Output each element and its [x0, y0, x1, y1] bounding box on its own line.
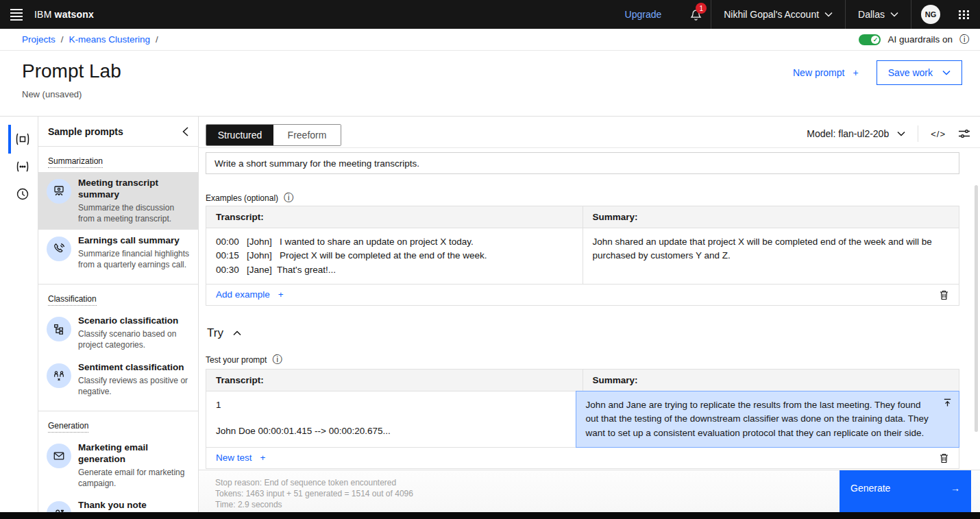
sample-prompts-panel: Sample prompts Summarization Me	[38, 117, 199, 512]
sample-item-earnings-call-summary[interactable]: Earnings call summary Summarize financia…	[38, 230, 198, 276]
example-transcript-cell[interactable]: 00:00 [John] I wanted to share an update…	[206, 228, 583, 284]
try-row: 1 John Doe 00:00:01.415 --> 00:00:20.675…	[206, 391, 959, 447]
sample-item-desc: Summarize the discussion from a meeting …	[78, 202, 191, 224]
tab-freeform[interactable]: Freeform	[273, 125, 341, 145]
transcript-column-header: Transcript:	[206, 206, 583, 228]
person-heart-icon	[47, 501, 71, 512]
prompt-lab-app: IBM watsonx Upgrade 1 Nikhil Gopal's Acc…	[0, 0, 980, 519]
add-example-button[interactable]: Add example +	[216, 289, 284, 300]
avatar[interactable]: NG	[921, 5, 940, 24]
try-table-footer: New test +	[206, 447, 959, 468]
account-label: Nikhil Gopal's Account	[724, 9, 819, 20]
page-title: Prompt Lab	[22, 60, 121, 82]
upgrade-link[interactable]: Upgrade	[625, 9, 662, 20]
transcript-line: John Doe 00:00:01.415 --> 00:00:20.675..…	[216, 424, 566, 438]
top-header: IBM watsonx Upgrade 1 Nikhil Gopal's Acc…	[0, 0, 980, 29]
breadcrumb-separator: /	[156, 34, 158, 45]
generation-footer: Stop reason: End of sequence token encou…	[199, 470, 980, 512]
save-work-label: Save work	[888, 67, 933, 78]
sample-item-text: Marketing email generation Generate emai…	[78, 442, 191, 489]
transcript-line: 00:30 [Jane] That's great!...	[216, 263, 573, 277]
region-menu[interactable]: Dallas	[846, 0, 911, 29]
try-transcript-cell[interactable]: 1 John Doe 00:00:01.415 --> 00:00:20.675…	[206, 391, 576, 447]
delete-test-button[interactable]	[939, 452, 949, 463]
left-icon-rail	[0, 117, 38, 512]
sentiment-icon	[47, 363, 71, 388]
history-rail-button[interactable]	[14, 185, 32, 203]
new-prompt-button[interactable]: New prompt +	[793, 67, 859, 78]
info-icon[interactable]: ⓘ	[959, 34, 969, 46]
tab-structured[interactable]: Structured	[206, 125, 273, 145]
collapse-try-button[interactable]	[233, 330, 241, 336]
brackets-dots-icon	[15, 161, 30, 172]
sample-item-title: Sentiment classification	[78, 362, 191, 374]
tokens-text: Tokens: 1463 input + 51 generated = 1514…	[215, 488, 413, 499]
sample-item-text: Earnings call summary Summarize financia…	[78, 235, 191, 270]
section-classification: Classification Scenario classification C…	[38, 285, 198, 411]
meeting-icon	[47, 179, 71, 204]
examples-table-footer: Add example +	[206, 284, 959, 305]
arrow-right-icon: →	[951, 483, 960, 494]
sample-item-scenario-classification[interactable]: Scenario classification Classify scenari…	[38, 310, 198, 356]
app-switcher-button[interactable]	[948, 0, 980, 29]
toggle-knob: ✓	[871, 36, 879, 44]
sample-item-title: Earnings call summary	[78, 235, 191, 247]
clock-icon	[16, 188, 29, 200]
chevron-down-icon	[824, 12, 833, 17]
new-test-label: New test	[216, 452, 252, 463]
collapse-to-top-button[interactable]	[943, 398, 952, 407]
active-rail-indicator	[8, 125, 11, 154]
plus-icon: +	[278, 289, 284, 300]
time-text: Time: 2.9 seconds	[215, 499, 413, 510]
try-heading: Try	[207, 326, 223, 340]
notifications-button[interactable]: 1	[681, 0, 711, 29]
title-actions: New prompt + Save work	[793, 60, 962, 85]
model-parameters-button[interactable]	[958, 128, 970, 139]
generate-button[interactable]: Generate →	[840, 470, 971, 513]
brand-prefix: IBM	[34, 9, 52, 20]
breadcrumb-projects[interactable]: Projects	[22, 34, 56, 45]
example-summary-cell[interactable]: John shared an update that project X wil…	[583, 228, 959, 284]
sample-prompts-rail-button[interactable]	[14, 130, 32, 148]
editor-main: Structured Freeform Model: flan-ul2-20b …	[199, 117, 980, 512]
instruction-input[interactable]	[206, 152, 959, 174]
sample-item-thank-you-note-generation[interactable]: Thank you note generation Generate thank…	[38, 494, 198, 512]
model-toolbar: Model: flan-ul2-20b </>	[807, 125, 970, 142]
section-label[interactable]: Classification	[48, 294, 97, 306]
plus-icon: +	[260, 452, 266, 463]
collapse-panel-button[interactable]	[182, 127, 188, 136]
examples-table-header: Transcript: Summary:	[206, 206, 959, 228]
save-work-button[interactable]: Save work	[877, 60, 962, 85]
view-code-button[interactable]: </>	[931, 129, 946, 139]
section-label[interactable]: Generation	[48, 421, 88, 433]
bottom-edge-bar	[0, 512, 980, 519]
account-menu[interactable]: Nikhil Gopal's Account	[711, 0, 845, 29]
breadcrumb-project-name[interactable]: K-means Clustering	[69, 34, 151, 45]
info-icon[interactable]: ⓘ	[272, 354, 282, 366]
examples-label-row: Examples (optional) ⓘ	[206, 192, 293, 204]
session-rail-button[interactable]	[14, 158, 32, 176]
chevron-down-icon	[890, 12, 898, 17]
notification-badge: 1	[696, 3, 707, 14]
info-icon[interactable]: ⓘ	[284, 192, 293, 204]
sample-item-meeting-transcript-summary[interactable]: Meeting transcript summary Summarize the…	[38, 172, 198, 230]
summary-column-header: Summary:	[583, 206, 959, 228]
hamburger-menu-icon[interactable]	[0, 0, 33, 29]
section-label[interactable]: Summarization	[48, 156, 103, 168]
try-table-header: Transcript: Summary:	[206, 370, 959, 391]
ai-guardrails-toggle[interactable]: ✓	[859, 34, 881, 45]
examples-label: Examples (optional)	[206, 193, 278, 203]
sample-item-desc: Generate email for marketing campaign.	[78, 467, 191, 489]
header-divider	[911, 0, 911, 29]
sample-prompts-icon	[15, 133, 30, 145]
workspace: Sample prompts Summarization Me	[0, 117, 980, 512]
sample-item-marketing-email-generation[interactable]: Marketing email generation Generate emai…	[38, 437, 198, 494]
new-test-button[interactable]: New test +	[216, 452, 265, 463]
try-table: Transcript: Summary: 1 John Doe 00:00:01…	[206, 369, 959, 469]
model-selector[interactable]: Model: flan-ul2-20b	[807, 128, 905, 139]
generated-summary-cell[interactable]: John and Jane are trying to replicate th…	[576, 391, 960, 448]
delete-examples-button[interactable]	[939, 289, 949, 300]
scrollbar-thumb[interactable]	[975, 185, 978, 432]
sample-item-sentiment-classification[interactable]: Sentiment classification Classify review…	[38, 357, 198, 402]
toolbar-divider	[918, 125, 918, 142]
